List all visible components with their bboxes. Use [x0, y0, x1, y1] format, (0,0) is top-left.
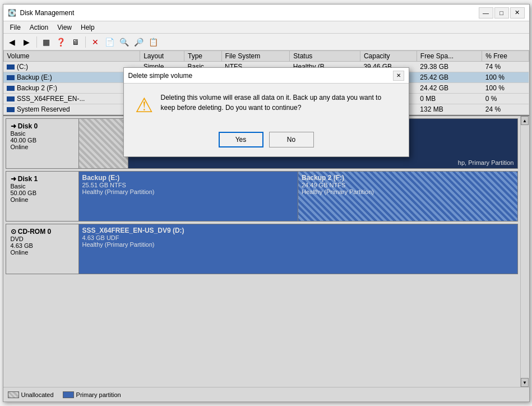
forward-button[interactable]: ▶: [20, 35, 34, 49]
menu-action[interactable]: Action: [25, 22, 53, 33]
window-title: Disk Management: [20, 9, 479, 17]
toolbar-delete-button[interactable]: ✕: [89, 35, 102, 49]
main-content: Volume Layout Type File System Status Ca…: [3, 50, 529, 402]
toolbar-sep-1: [36, 36, 37, 48]
back-button[interactable]: ◀: [6, 35, 19, 49]
warning-icon: ⚠: [135, 94, 153, 117]
toolbar-sep-2: [85, 36, 86, 48]
dialog-overlay: Delete simple volume ✕ ⚠ Deleting this v…: [3, 50, 529, 402]
window-controls: — □ ✕: [479, 7, 525, 19]
no-button[interactable]: No: [269, 132, 314, 147]
toolbar-screen-button[interactable]: 🖥: [69, 35, 82, 49]
toolbar-list-button[interactable]: ▦: [40, 35, 53, 49]
title-bar: 💽 Disk Management — □ ✕: [3, 4, 529, 21]
menu-file[interactable]: File: [6, 22, 25, 33]
yes-button[interactable]: Yes: [219, 132, 263, 147]
toolbar-copy-button[interactable]: 📋: [147, 35, 160, 49]
menu-view[interactable]: View: [53, 22, 76, 33]
main-window: 💽 Disk Management — □ ✕ File Action View…: [3, 4, 530, 402]
menu-bar: File Action View Help: [3, 21, 529, 34]
app-icon: 💽: [8, 8, 17, 17]
toolbar: ◀ ▶ ▦ ❓ 🖥 ✕ 📄 🔍 🔎 📋: [3, 34, 529, 50]
dialog-message: Deleting this volume will erase all data…: [161, 93, 397, 113]
restore-button[interactable]: □: [494, 7, 509, 19]
dialog-close-button[interactable]: ✕: [393, 71, 404, 81]
minimize-button[interactable]: —: [479, 7, 493, 19]
menu-help[interactable]: Help: [76, 22, 99, 33]
toolbar-doc-button[interactable]: 📄: [103, 35, 117, 49]
toolbar-search-button[interactable]: 🔍: [118, 35, 131, 49]
delete-volume-dialog: Delete simple volume ✕ ⚠ Deleting this v…: [123, 67, 409, 157]
toolbar-zoom-button[interactable]: 🔎: [132, 35, 146, 49]
toolbar-help-button[interactable]: ❓: [54, 35, 68, 49]
dialog-title: Delete simple volume: [128, 72, 393, 80]
dialog-buttons: Yes No: [124, 126, 409, 156]
close-button[interactable]: ✕: [510, 7, 525, 19]
dialog-body: ⚠ Deleting this volume will erase all da…: [124, 84, 409, 126]
dialog-title-bar: Delete simple volume ✕: [124, 68, 409, 84]
